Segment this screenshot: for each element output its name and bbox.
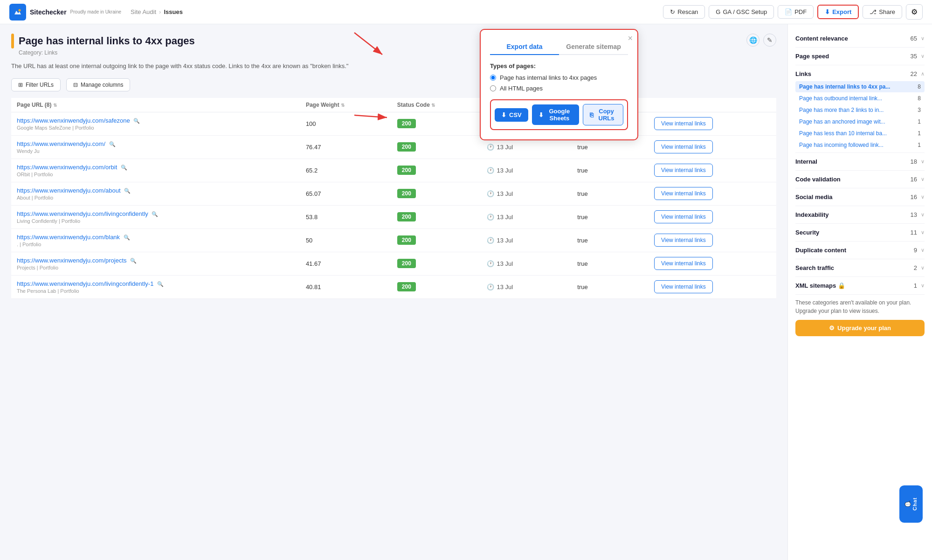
- sidebar-category-internal[interactable]: Internal 18 ∨: [795, 155, 925, 168]
- table-row: https://www.wenxinwendyju.com/safezone 🔍…: [11, 112, 776, 135]
- sidebar-item[interactable]: Page has outbound internal link... 8: [795, 93, 925, 104]
- url-link[interactable]: https://www.wenxinwendyju.com/: [17, 140, 105, 147]
- url-link[interactable]: https://www.wenxinwendyju.com/orbit: [17, 164, 117, 171]
- view-internal-links-button[interactable]: View internal links: [654, 280, 713, 293]
- chat-label: Chat: [912, 498, 918, 511]
- search-icon-inline[interactable]: 🔍: [124, 188, 131, 194]
- sidebar-category-duplicate-content[interactable]: Duplicate content 9 ∨: [795, 243, 925, 257]
- sidebar-category-page-speed[interactable]: Page speed 35 ∨: [795, 49, 925, 63]
- url-link[interactable]: https://www.wenxinwendyju.com/livingconf…: [17, 210, 148, 217]
- url-link[interactable]: https://www.wenxinwendyju.com/about: [17, 187, 121, 194]
- pdf-button[interactable]: 📄 PDF: [778, 5, 814, 19]
- logo[interactable]: Sitechecker Proudly made in Ukraine: [9, 4, 121, 21]
- filter-urls-button[interactable]: ⊞ Filter URLs: [11, 78, 61, 91]
- radio2-label[interactable]: All HTML pages: [500, 85, 543, 92]
- breadcrumb-parent[interactable]: Site Audit: [131, 8, 156, 15]
- date-icon: 🕐: [487, 283, 494, 290]
- url-link[interactable]: https://www.wenxinwendyju.com/livingconf…: [17, 280, 153, 287]
- search-icon-inline[interactable]: 🔍: [109, 141, 116, 147]
- radio-all-html[interactable]: [490, 85, 496, 91]
- url-link[interactable]: https://www.wenxinwendyju.com/blank: [17, 234, 120, 241]
- popup-close-button[interactable]: ×: [628, 34, 633, 43]
- radio1-label[interactable]: Page has internal links to 4xx pages: [500, 74, 597, 81]
- radio-internal-links[interactable]: [490, 75, 496, 81]
- url-subtitle: Living Confidently | Portfolio: [17, 218, 295, 224]
- url-link[interactable]: https://www.wenxinwendyju.com/projects: [17, 257, 127, 264]
- rescan-button[interactable]: ↻ Rescan: [663, 5, 705, 19]
- sidebar-category-content-relevance[interactable]: Content relevance 65 ∨: [795, 32, 925, 45]
- view-internal-links-button[interactable]: View internal links: [654, 187, 713, 200]
- url-link[interactable]: https://www.wenxinwendyju.com/safezone: [17, 117, 130, 124]
- issue-severity-indicator: [11, 34, 14, 48]
- sidebar-divider: [795, 188, 925, 188]
- ga-gsc-label: GA / GSC Setup: [723, 8, 767, 15]
- sidebar-item[interactable]: Page has more than 2 links to in... 3: [795, 104, 925, 116]
- table-row: https://www.wenxinwendyju.com/projects 🔍…: [11, 252, 776, 275]
- settings-button[interactable]: ⚙: [906, 4, 923, 20]
- search-icon-inline[interactable]: 🔍: [124, 235, 130, 240]
- cell-date: 🕐 13 Jul: [481, 205, 572, 228]
- table-toolbar: ⊞ Filter URLs ⊟ Manage columns: [11, 78, 776, 91]
- category-count: 18: [911, 158, 917, 165]
- sidebar-category-indexability[interactable]: Indexability 13 ∨: [795, 208, 925, 221]
- sidebar-category-search-traffic[interactable]: Search traffic 2 ∨: [795, 261, 925, 275]
- sidebar-item[interactable]: Page has internal links to 4xx pa... 8: [795, 81, 925, 92]
- cell-date: 🕐 13 Jul: [481, 159, 572, 182]
- col-actions: [649, 98, 776, 112]
- sidebar-category-code-validation[interactable]: Code validation 16 ∨: [795, 173, 925, 186]
- search-icon-inline[interactable]: 🔍: [157, 281, 164, 287]
- chat-widget[interactable]: 💬 Chat: [899, 485, 923, 523]
- date-value: 13 Jul: [497, 237, 513, 244]
- col-weight[interactable]: Page Weight ⇅: [300, 98, 392, 112]
- sidebar-category-social-media[interactable]: Social media 16 ∨: [795, 190, 925, 204]
- view-internal-links-button[interactable]: View internal links: [654, 234, 713, 247]
- cell-status: 200: [392, 135, 482, 159]
- view-internal-links-button[interactable]: View internal links: [654, 210, 713, 223]
- csv-label: CSV: [509, 111, 522, 118]
- types-label: Types of pages:: [490, 62, 628, 69]
- cell-date: 🕐 13 Jul: [481, 275, 572, 298]
- sidebar-item[interactable]: Page has incoming followed link... 1: [795, 139, 925, 151]
- ga-gsc-button[interactable]: G GA / GSC Setup: [709, 5, 774, 19]
- view-internal-links-button[interactable]: View internal links: [654, 164, 713, 177]
- view-internal-links-button[interactable]: View internal links: [654, 140, 713, 153]
- tab-generate-sitemap[interactable]: Generate sitemap: [559, 39, 628, 55]
- sidebar-item[interactable]: Page has less than 10 internal ba... 1: [795, 128, 925, 139]
- tab-export-data[interactable]: Export data: [490, 39, 559, 55]
- copy-urls-button[interactable]: ⎘ Copy URLs: [583, 104, 623, 125]
- search-icon-inline[interactable]: 🔍: [121, 165, 127, 170]
- copy-icon: ⎘: [590, 111, 594, 118]
- col-url[interactable]: Page URL (8) ⇅: [11, 98, 300, 112]
- cell-date: 🕐 13 Jul: [481, 228, 572, 252]
- search-icon-inline[interactable]: 🔍: [133, 118, 140, 124]
- table-row: https://www.wenxinwendyju.com/livingconf…: [11, 275, 776, 298]
- export-button[interactable]: ⬇ Export: [817, 5, 859, 19]
- status-badge: 200: [397, 212, 416, 221]
- upgrade-plan-button[interactable]: ⚙ Upgrade your plan: [795, 320, 925, 336]
- chevron-icon: ∨: [921, 159, 925, 165]
- sidebar-category-security[interactable]: Security 11 ∨: [795, 226, 925, 239]
- sidebar-divider: [795, 277, 925, 277]
- earth-icon[interactable]: 🌐: [746, 34, 759, 47]
- search-icon-inline[interactable]: 🔍: [130, 258, 137, 263]
- share-button[interactable]: ⎇ Share: [863, 5, 902, 19]
- google-sheets-button[interactable]: ⬇ Google Sheets: [532, 104, 579, 125]
- sidebar-item[interactable]: Page has an anchored image wit... 1: [795, 116, 925, 127]
- status-badge: 200: [397, 142, 416, 152]
- url-subtitle: ORbit | Portfolio: [17, 172, 295, 177]
- view-internal-links-button[interactable]: View internal links: [654, 117, 713, 130]
- sidebar-category-xml-sitemaps-🔒[interactable]: XML sitemaps 🔒 1 ∨: [795, 279, 925, 292]
- chevron-icon: ∨: [921, 229, 925, 235]
- sidebar-category-links[interactable]: Links 22 ∧: [795, 67, 925, 81]
- category-count: 2: [914, 264, 917, 271]
- cell-status: 200: [392, 252, 482, 275]
- edit-icon[interactable]: ✎: [763, 34, 776, 47]
- csv-button[interactable]: ⬇ CSV: [495, 108, 528, 122]
- search-icon-inline[interactable]: 🔍: [152, 211, 158, 217]
- cell-action: View internal links: [649, 205, 776, 228]
- columns-label: Manage columns: [81, 82, 123, 88]
- category-count: 9: [914, 247, 917, 254]
- col-status[interactable]: Status Code ⇅: [392, 98, 482, 112]
- manage-columns-button[interactable]: ⊟ Manage columns: [66, 78, 130, 91]
- view-internal-links-button[interactable]: View internal links: [654, 257, 713, 270]
